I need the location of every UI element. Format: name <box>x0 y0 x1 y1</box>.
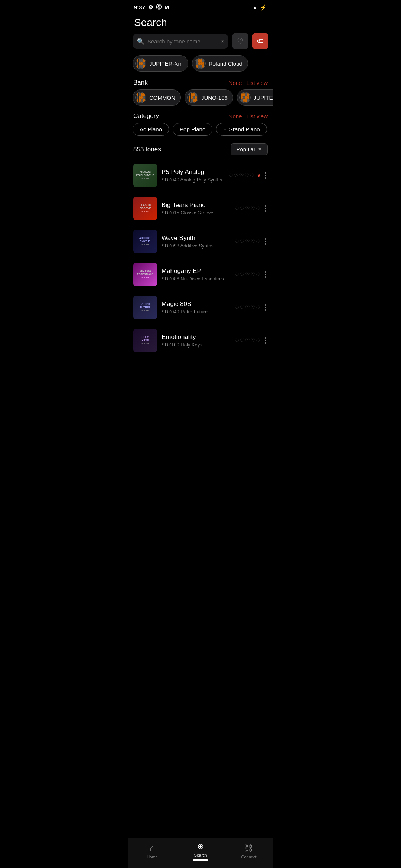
list-item[interactable]: HOLYKEYSSDZ100 Emotionality SDZ100 Holy … <box>128 324 273 357</box>
more-dot <box>265 243 266 245</box>
chip-label-roland-cloud: Roland Cloud <box>209 60 242 67</box>
tone-info: Magic 80S SDZ049 Retro Future <box>162 300 230 315</box>
cat-chip-pop-piano[interactable]: Pop Piano <box>173 123 212 136</box>
chip-jupiter[interactable]: JUPITER <box>237 89 273 106</box>
heart-2: ♡ <box>240 338 245 343</box>
more-options-button[interactable] <box>263 303 268 312</box>
more-dot <box>265 210 266 212</box>
more-dot <box>265 337 266 339</box>
chip-thumb-common <box>135 92 146 103</box>
tone-sub: SDZ086 Nu-Disco Essentials <box>162 276 230 282</box>
more-dot <box>265 309 266 311</box>
tone-sub: SDZ100 Holy Keys <box>162 342 230 348</box>
heart-1: ♡ <box>235 272 239 277</box>
chip-thumb-jupiter-xm <box>135 58 146 69</box>
more-dot <box>265 172 266 174</box>
tone-actions: ♡ ♡ ♡ ♡ ♡ <box>235 270 268 279</box>
clear-icon[interactable]: × <box>221 38 224 44</box>
tone-thumbnail: RETROFUTURESDZ049 <box>133 296 157 319</box>
more-dot <box>265 238 266 240</box>
source-chips-row: JUPITER-Xm Roland Cloud <box>128 55 273 72</box>
heart-1: ♡ <box>235 206 239 211</box>
bank-actions: None List view <box>229 80 268 86</box>
tone-name: Wave Synth <box>162 234 230 242</box>
list-item[interactable]: ANALOGPOLY SYNTHSSDZ040 P5 Poly Analog S… <box>128 159 273 192</box>
chip-roland-cloud[interactable]: Roland Cloud <box>192 55 248 72</box>
settings-icon: ⚙ <box>148 4 153 11</box>
chip-thumb-jupiter <box>239 92 251 103</box>
battery-icon: ⚡ <box>260 4 267 11</box>
status-bar: 9:37 ⚙ Ⓢ M ▲ ⚡ <box>128 0 273 13</box>
more-options-button[interactable] <box>263 270 268 279</box>
tone-sub: SDZ040 Analog Poly Synths <box>162 177 224 183</box>
tone-rating: ♡ ♡ ♡ ♡ ♡ <box>235 206 260 211</box>
sort-button[interactable]: Popular ▼ <box>231 143 268 155</box>
bank-list-view-button[interactable]: List view <box>246 80 268 86</box>
tone-info: Mahogany EP SDZ086 Nu-Disco Essentials <box>162 267 230 282</box>
list-item[interactable]: RETROFUTURESDZ049 Magic 80S SDZ049 Retro… <box>128 291 273 324</box>
tone-thumbnail: HOLYKEYSSDZ100 <box>133 329 157 352</box>
chip-juno-106[interactable]: JUNO-106 <box>185 89 233 106</box>
list-item[interactable]: CLASSICGROOVESDZ015 Big Tears Piano SDZ0… <box>128 192 273 225</box>
more-options-button[interactable] <box>263 171 268 180</box>
favorite-icon[interactable]: ♥ <box>257 172 260 178</box>
more-options-button[interactable] <box>263 336 268 345</box>
tone-rating: ♡ ♡ ♡ ♡ ♡ <box>235 272 260 277</box>
heart-5: ♡ <box>255 206 260 211</box>
tone-rating: ♡ ♡ ♡ ♡ ♡ <box>229 172 254 178</box>
cat-chip-e-grand-piano[interactable]: E.Grand Piano <box>216 123 267 136</box>
list-item[interactable]: ADDITIVESYNTHSSDZ098 Wave Synth SDZ098 A… <box>128 225 273 258</box>
more-dot <box>265 304 266 306</box>
category-chips-row: Ac.Piano Pop Piano E.Grand Piano <box>128 123 273 136</box>
search-icon: 🔍 <box>137 38 144 45</box>
heart-2: ♡ <box>240 239 245 244</box>
gmail-icon: M <box>164 4 169 10</box>
search-input[interactable] <box>147 38 218 45</box>
heart-1: ♡ <box>229 172 234 178</box>
more-options-button[interactable] <box>263 204 268 213</box>
more-dot <box>265 177 266 179</box>
tone-sub: SDZ098 Additive Synths <box>162 243 230 249</box>
bank-section-header: Bank None List view <box>128 78 273 89</box>
more-dot <box>265 342 266 344</box>
more-dot <box>265 276 266 278</box>
bank-none-button[interactable]: None <box>229 80 242 86</box>
more-dot <box>265 307 266 308</box>
chip-jupiter-xm[interactable]: JUPITER-Xm <box>133 55 188 72</box>
tone-name: Mahogany EP <box>162 267 230 275</box>
more-dot <box>265 241 266 242</box>
sort-label: Popular <box>236 146 255 152</box>
status-left: 9:37 ⚙ Ⓢ M <box>134 4 169 11</box>
category-section-header: Category None List view <box>128 111 273 123</box>
heart-2: ♡ <box>240 305 245 310</box>
heart-4: ♡ <box>244 172 249 178</box>
heart-5: ♡ <box>255 272 260 277</box>
category-none-button[interactable]: None <box>229 113 242 119</box>
more-options-button[interactable] <box>263 237 268 246</box>
tone-sub: SDZ049 Retro Future <box>162 309 230 315</box>
cat-chip-ac-piano[interactable]: Ac.Piano <box>133 123 169 136</box>
heart-2: ♡ <box>234 172 239 178</box>
status-time: 9:37 <box>134 4 145 10</box>
chip-common[interactable]: COMMON <box>133 89 181 106</box>
tone-name: Big Tears Piano <box>162 201 230 209</box>
search-bar-row: 🔍 × ♡ 🏷 <box>128 33 273 49</box>
tone-info: Big Tears Piano SDZ015 Classic Groove <box>162 201 230 216</box>
tone-name: Emotionality <box>162 333 230 341</box>
heart-5: ♡ <box>250 172 254 178</box>
chip-thumb-roland-cloud <box>195 58 206 69</box>
heart-4: ♡ <box>250 305 255 310</box>
category-actions: None List view <box>229 113 268 119</box>
heart-3: ♡ <box>245 206 250 211</box>
more-dot <box>265 175 266 176</box>
search-input-wrap[interactable]: 🔍 × <box>133 34 228 49</box>
tag-filter-button[interactable]: 🏷 <box>252 33 268 49</box>
chip-label-jupiter-xm: JUPITER-Xm <box>149 60 183 67</box>
tone-actions: ♡ ♡ ♡ ♡ ♡ <box>235 336 268 345</box>
category-list-view-button[interactable]: List view <box>246 113 268 119</box>
more-dot <box>265 340 266 341</box>
heart-1: ♡ <box>235 338 239 343</box>
favorite-filter-button[interactable]: ♡ <box>232 33 248 49</box>
list-item[interactable]: Nu-DiscoESSENTIALSSDZ086 Mahogany EP SDZ… <box>128 258 273 291</box>
tone-sub: SDZ015 Classic Groove <box>162 210 230 216</box>
